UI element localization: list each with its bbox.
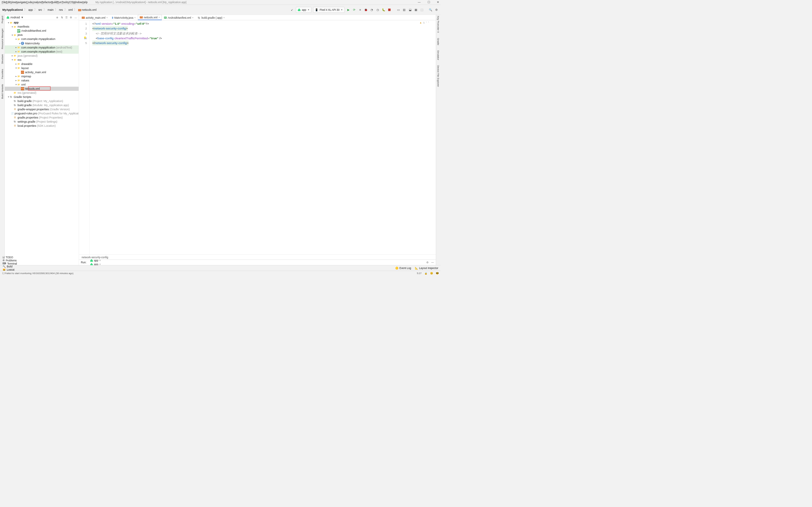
bottom-tool-layout-inspector[interactable]: 📐Layout Inspector — [415, 267, 438, 270]
left-strip-favorites[interactable]: Favorites — [1, 69, 4, 79]
right-strip-key-promoter-x[interactable]: Key Promoter X — [437, 16, 440, 33]
code-editor[interactable]: 12345 <?xml version="1.0" encoding="utf-… — [79, 20, 436, 255]
tree-node[interactable]: ▸📁com.example.myapplication (androidTest… — [5, 45, 79, 49]
tree-node[interactable]: ▾📁app — [5, 20, 79, 25]
right-strip-emulator[interactable]: Emulator — [437, 50, 440, 60]
bottom-tool-event-log[interactable]: 🟡Event Log — [395, 267, 411, 270]
tree-node[interactable]: </>nettools.xml — [5, 87, 79, 91]
tree-node[interactable]: ▾🐘Gradle Scripts — [5, 95, 79, 99]
tab-close-icon[interactable]: × — [192, 16, 194, 19]
settings-icon[interactable]: ⚙ — [435, 8, 439, 12]
tree-node[interactable]: ▸📁drawable — [5, 62, 79, 66]
resource-manager-icon[interactable]: ⬓ — [408, 8, 412, 12]
tab-close-icon[interactable]: × — [223, 16, 224, 19]
left-strip-project[interactable]: Project — [1, 16, 4, 23]
tree-node[interactable]: ▸📁java (generated) — [5, 54, 79, 58]
device-manager-icon[interactable]: ⬚ — [420, 8, 424, 12]
run-hide-icon[interactable]: — — [431, 261, 434, 264]
avd-manager-icon[interactable]: ▭ — [396, 8, 400, 12]
inspection-summary[interactable]: ▲ 1 ˆ ˇ — [420, 21, 429, 24]
left-strip-resource-manager[interactable]: Resource Manager — [1, 29, 4, 49]
bottom-tool-terminal[interactable]: ⌨Terminal — [3, 262, 24, 265]
filter-icon[interactable]: ☰ — [65, 16, 67, 19]
profiler-icon[interactable]: ◷ — [375, 8, 380, 12]
menu-edit[interactable]: Edit — [6, 1, 10, 4]
menu-analyze[interactable]: Analyze — [32, 1, 42, 4]
tree-node[interactable]: ▸📁values — [5, 78, 79, 82]
tree-node[interactable]: ▾📁xml — [5, 82, 79, 87]
tree-node[interactable]: ☰local.properties (SDK Location) — [5, 124, 79, 128]
editor-tab[interactable]: CMainActivity.java× — [110, 15, 138, 20]
project-tree[interactable]: ▾📁app▾📁manifestsMFAndroidManifest.xml▾📁j… — [5, 20, 79, 265]
tree-node[interactable]: ▸📁mipmap — [5, 74, 79, 78]
breadcrumb-item[interactable]: src — [38, 8, 42, 11]
tree-node[interactable]: </>activity_main.xml — [5, 70, 79, 74]
menu-vcs[interactable]: VCS — [68, 1, 73, 4]
close-icon[interactable]: ✕ — [437, 1, 439, 4]
attach-debugger-icon[interactable]: 🐛 — [382, 8, 386, 12]
tree-node[interactable]: ▾📁java — [5, 33, 79, 37]
tree-node[interactable]: MFAndroidManifest.xml — [5, 29, 79, 33]
tree-node[interactable]: ▾📁layout — [5, 66, 79, 70]
editor-tab[interactable]: MFAndroidManifest.xml× — [162, 15, 195, 20]
menu-file[interactable]: File — [2, 1, 6, 4]
tree-node[interactable]: 📁res (generated) — [5, 91, 79, 95]
run-settings-icon[interactable]: ⚙ — [426, 261, 428, 264]
tab-close-icon[interactable]: × — [159, 16, 160, 18]
tree-node[interactable]: ▾📁res — [5, 58, 79, 62]
tree-node[interactable]: 🐘build.gradle (Module: My_Application.ap… — [5, 103, 79, 107]
sdk-manager-icon[interactable]: ▥ — [402, 8, 406, 12]
left-strip-structure[interactable]: Structure — [1, 54, 4, 64]
code-body[interactable]: <?xml version="1.0" encoding="utf-8"?> <… — [90, 20, 436, 255]
sort-icon[interactable]: ⇅ — [61, 16, 63, 19]
bottom-tool-build[interactable]: 🔨Build — [3, 265, 24, 268]
tree-node[interactable]: 🐘build.gradle (Project: My_Application) — [5, 99, 79, 103]
left-strip-build-variants[interactable]: Build Variants — [1, 84, 4, 99]
right-strip-device-file-explorer[interactable]: Device File Explorer — [437, 65, 440, 87]
menu-navigate[interactable]: Navigate — [16, 1, 26, 4]
breadcrumb-item[interactable]: </>nettools.xml — [78, 8, 96, 11]
sync-icon[interactable]: ↙ — [290, 8, 294, 12]
next-highlight-icon[interactable]: ˇ — [428, 21, 429, 24]
target-icon[interactable]: ⊕ — [56, 16, 58, 19]
project-view-selector[interactable]: Android ▼ — [7, 16, 24, 19]
layout-inspector-icon[interactable]: ▦ — [414, 8, 418, 12]
breadcrumb-item[interactable]: MyApplication4 — [3, 8, 23, 11]
device-selector[interactable]: 📱 Pixel 4 XL API 30 ▼ — [313, 7, 345, 12]
menu-build[interactable]: Build — [51, 1, 57, 4]
cursor-position[interactable]: 5:27 — [417, 272, 421, 274]
breadcrumb-item[interactable]: xml — [68, 8, 73, 11]
tab-close-icon[interactable]: × — [135, 16, 136, 19]
tree-node[interactable]: ☰gradle.properties (Project Properties) — [5, 116, 79, 120]
editor-tab[interactable]: 🐘build.gradle (:app)× — [196, 15, 226, 20]
collapse-icon[interactable]: — — [74, 16, 77, 19]
lock-icon[interactable]: 🔒 — [424, 272, 427, 274]
tree-node[interactable]: ▸CMainActivity — [5, 41, 79, 45]
menu-tools[interactable]: Tools — [61, 1, 67, 4]
menu-code[interactable]: Code — [26, 1, 32, 4]
tree-node[interactable]: ☰gradle-wrapper.properties (Gradle Versi… — [5, 107, 79, 112]
menu-view[interactable]: View — [10, 1, 16, 4]
coverage-icon[interactable]: ◔ — [370, 8, 374, 12]
breadcrumb-item[interactable]: app — [28, 8, 33, 11]
menu-window[interactable]: Window — [73, 1, 82, 4]
tree-node[interactable]: ▸📁com.example.myapplication (test) — [5, 49, 79, 54]
run-icon[interactable]: ▶ — [346, 8, 351, 12]
tree-node[interactable]: ▾📁com.example.myapplication — [5, 37, 79, 41]
run-config-selector[interactable]: app ▼ — [296, 7, 311, 12]
prev-highlight-icon[interactable]: ˆ — [426, 21, 427, 24]
apply-changes-icon[interactable]: ≡ — [358, 8, 362, 12]
debug-icon[interactable]: 🐞 — [364, 8, 368, 12]
bottom-tool-problems[interactable]: ⊘Problems — [3, 259, 24, 262]
maximize-icon[interactable]: ☐ — [427, 1, 430, 4]
editor-tab[interactable]: </>nettools.xml× — [138, 15, 162, 20]
rerun-icon[interactable]: ⟳ — [352, 8, 356, 12]
tab-close-icon[interactable]: × — [107, 16, 108, 19]
gear-icon[interactable]: ⚙ — [70, 16, 72, 19]
search-icon[interactable]: 🔍 — [428, 8, 433, 12]
run-tab[interactable]: app × — [89, 258, 102, 262]
tree-node[interactable]: 📄proguard-rules.pro (ProGuard Rules for … — [5, 112, 79, 116]
tree-node[interactable]: ▾📁manifests — [5, 25, 79, 29]
menu-run[interactable]: Run — [57, 1, 62, 4]
right-strip-gradle[interactable]: Gradle — [437, 38, 440, 45]
